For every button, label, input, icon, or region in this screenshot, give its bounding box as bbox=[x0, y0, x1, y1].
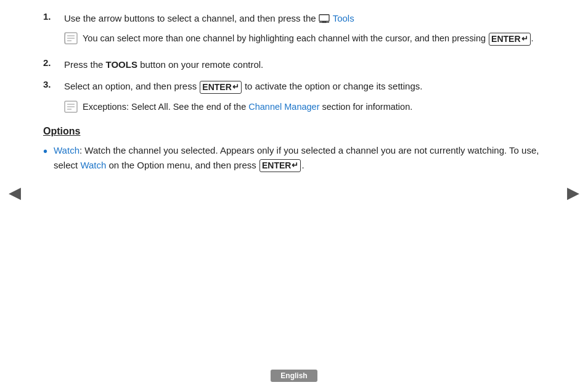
step-3-text-after: to activate the option or change its set… bbox=[245, 81, 423, 91]
step-1-note: You can select more than one channel by … bbox=[64, 31, 545, 50]
nav-arrow-left[interactable]: ◀ bbox=[9, 183, 21, 202]
enter-key-3: ENTER↵ bbox=[259, 159, 301, 172]
step-2-bold: TOOLS bbox=[106, 59, 137, 70]
svg-rect-0 bbox=[319, 15, 329, 22]
step-3-content: Select an option, and then press ENTER↵ … bbox=[64, 79, 545, 118]
step-2-content: Press the TOOLS button on your remote co… bbox=[64, 57, 545, 72]
options-heading: Options bbox=[43, 126, 545, 137]
enter-key-1: ENTER↵ bbox=[489, 33, 530, 45]
enter-key-2: ENTER↵ bbox=[200, 81, 241, 93]
options-list: • Watch: Watch the channel you selected.… bbox=[43, 143, 545, 173]
tools-icon bbox=[319, 14, 330, 23]
step-1-text-before: Use the arrow buttons to select a channe… bbox=[64, 13, 316, 23]
options-item-watch: • Watch: Watch the channel you selected.… bbox=[43, 143, 545, 173]
watch-link-1[interactable]: Watch bbox=[54, 145, 80, 155]
watch-link-2[interactable]: Watch bbox=[80, 160, 106, 170]
step-3-note: Exceptions: Select All. See the end of t… bbox=[64, 100, 545, 118]
step-3-note-text: Exceptions: Select All. See the end of t… bbox=[83, 100, 412, 114]
step-2-text: Press the bbox=[64, 59, 103, 70]
options-item-watch-content: Watch: Watch the channel you selected. A… bbox=[54, 143, 545, 173]
step-1-number: 1. bbox=[43, 11, 62, 22]
note-icon-1 bbox=[64, 32, 78, 50]
step-1-content: Use the arrow buttons to select a channe… bbox=[64, 11, 545, 50]
note-icon-2 bbox=[64, 101, 78, 118]
step-3-number: 3. bbox=[43, 79, 62, 89]
bullet-dot: • bbox=[43, 143, 47, 159]
step-2-number: 2. bbox=[43, 57, 62, 68]
tools-link[interactable]: Tools bbox=[333, 13, 354, 23]
nav-arrow-right[interactable]: ▶ bbox=[567, 183, 579, 202]
channel-manager-link[interactable]: Channel Manager bbox=[248, 102, 319, 112]
step-1-note-text: You can select more than one channel by … bbox=[83, 31, 534, 45]
language-badge: English bbox=[271, 370, 317, 382]
main-content: 1. Use the arrow buttons to select a cha… bbox=[0, 0, 588, 173]
step-2-text-after: button on your remote control. bbox=[140, 59, 263, 70]
bottom-bar: English bbox=[0, 366, 588, 385]
step-3-text-before: Select an option, and then press bbox=[64, 81, 197, 91]
step-3: 3. Select an option, and then press ENTE… bbox=[43, 79, 545, 118]
step-1: 1. Use the arrow buttons to select a cha… bbox=[43, 11, 545, 50]
step-2: 2. Press the TOOLS button on your remote… bbox=[43, 57, 545, 72]
